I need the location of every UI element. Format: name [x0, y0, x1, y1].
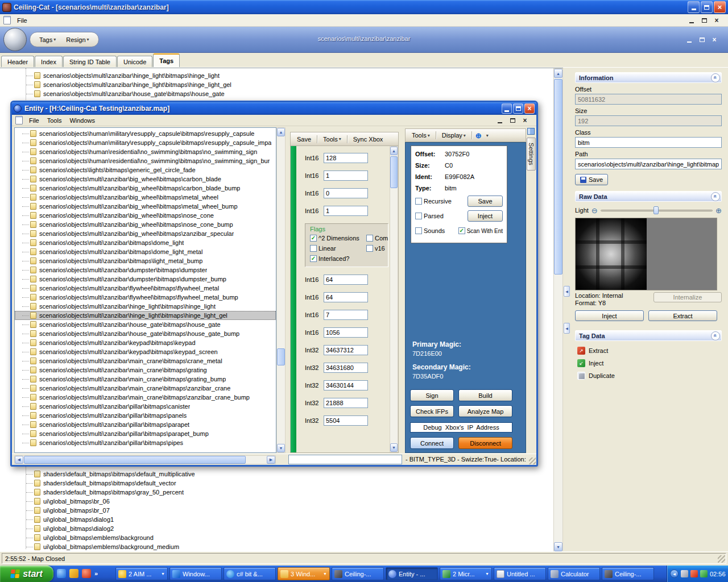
quicklaunch-icon[interactable] [57, 569, 66, 578]
mdi-minimize-button[interactable] [495, 117, 504, 124]
scan-with-ent-checkbox[interactable]: ✓Scan With Ent [458, 227, 503, 234]
connect-button[interactable]: Connect [410, 437, 454, 449]
tree-item[interactable]: ui\global_bitmaps\br_07 [0, 506, 553, 515]
disconnect-button[interactable]: Disconnect [458, 437, 512, 449]
tree-item[interactable]: scenarios\objects\multi\zanzibar\pillar\… [15, 420, 276, 429]
tree-item[interactable]: shaders\default_bitmaps\bitmaps\gray_50_… [0, 488, 553, 497]
info-field-input[interactable] [575, 94, 722, 105]
tag-save-button[interactable]: Save [468, 196, 503, 207]
field-value-input[interactable] [324, 398, 368, 408]
tree-item[interactable]: scenarios\objects\multi\zanzibar\house_g… [0, 89, 553, 98]
zoom-out-icon[interactable]: ⊖ [592, 207, 598, 214]
extract-button[interactable]: Extract [648, 310, 717, 321]
flag-checkbox[interactable]: Com [366, 235, 388, 242]
scroll-thumb[interactable] [277, 348, 285, 365]
field-value-input[interactable] [324, 188, 368, 198]
splitter-collapse-button[interactable]: ◀ [564, 323, 570, 334]
tree-item[interactable]: scenarios\objects\multi\zanzibar\dumpste… [15, 275, 276, 284]
field-value-input[interactable] [324, 327, 368, 338]
minimize-button[interactable] [685, 36, 694, 44]
slider-thumb[interactable] [653, 206, 659, 214]
tree-item[interactable]: scenarios\objects\multi\zanzibar\big_whe… [15, 220, 276, 229]
map-action-button[interactable]: Check IFPs [410, 405, 454, 417]
menu-file[interactable]: File [13, 16, 31, 25]
hidden-icons-chevron[interactable]: ◀ [670, 569, 679, 578]
tree-item[interactable]: scenarios\objects\human\military\resuppl… [15, 129, 276, 138]
resize-grip[interactable] [718, 555, 725, 563]
tree-item[interactable]: scenarios\objects\multi\zanzibar\hinge_l… [0, 80, 553, 89]
tree-item[interactable]: ui\global_bitmaps\emblems\background_med… [0, 542, 553, 551]
tree-item[interactable]: shaders\default_bitmaps\bitmaps\default_… [0, 479, 553, 488]
meta-scrollbar[interactable]: ▲ ▼ [390, 146, 398, 452]
flag-checkbox[interactable]: v16 [366, 245, 388, 252]
field-value-input[interactable] [324, 275, 368, 285]
field-value-input[interactable] [324, 380, 368, 390]
field-value-input[interactable] [324, 153, 368, 163]
mdi-close-button[interactable]: × [520, 117, 530, 124]
scroll-left-button[interactable]: ◀ [15, 456, 23, 464]
tree-item[interactable]: scenarios\objects\multi\zanzibar\main_cr… [15, 384, 276, 393]
field-value-input[interactable] [324, 310, 368, 320]
raw-data-section-header[interactable]: Raw Data « [575, 191, 722, 202]
resign-menu-button[interactable]: Resign▾ [64, 35, 91, 44]
quicklaunch-overflow-chevron[interactable]: » [94, 570, 98, 577]
tree-item[interactable]: scenarios\objects\multi\zanzibar\hinge_l… [0, 71, 553, 80]
tray-icon[interactable] [690, 570, 698, 577]
tree-item[interactable]: scenarios\objects\multi\zanzibar\hinge_l… [15, 311, 276, 320]
scroll-up-button[interactable]: ▲ [277, 128, 285, 136]
menu-item[interactable]: Windows [65, 116, 99, 125]
sounds-checkbox[interactable]: Sounds [415, 227, 445, 234]
map-action-button[interactable]: Analyze Map [458, 405, 512, 417]
save-button[interactable]: Save [575, 174, 608, 185]
scroll-thumb[interactable] [24, 456, 246, 464]
tag-data-action[interactable]: Extract [575, 344, 722, 357]
menu-item[interactable]: File [25, 116, 43, 125]
map-action-button[interactable]: Sign [410, 389, 454, 401]
tab[interactable]: Header [1, 56, 34, 67]
tree-item[interactable]: scenarios\objects\multi\zanzibar\dumpste… [15, 265, 276, 275]
info-field-input[interactable] [575, 137, 722, 148]
flag-checkbox[interactable]: Linear [310, 245, 365, 252]
taskbar-button[interactable]: Ceiling-... [332, 567, 384, 580]
tree-item[interactable]: scenarios\objects\multi\zanzibar\big_whe… [15, 202, 276, 211]
flag-checkbox[interactable]: ✓ Interlaced? [310, 255, 365, 262]
field-value-input[interactable] [324, 206, 368, 216]
taskbar-button[interactable]: Untitled ... [494, 567, 546, 580]
meta-save-button[interactable]: Save [295, 135, 313, 144]
tag-tools-menu[interactable]: Tools▾ [410, 131, 432, 140]
flag-checkbox[interactable]: ✓ ^2 Dimensions [310, 235, 365, 242]
mdi-minimize-button[interactable] [687, 16, 696, 24]
tree-item[interactable]: shaders\default_bitmaps\bitmaps\default_… [0, 469, 553, 479]
meta-tools-menu[interactable]: Tools▾ [321, 135, 344, 144]
close-button[interactable]: × [710, 36, 719, 44]
quicklaunch-icon[interactable] [82, 569, 91, 578]
start-button[interactable]: start [0, 566, 53, 582]
field-value-input[interactable] [324, 171, 368, 181]
tray-icon[interactable] [681, 570, 688, 577]
mdi-restore-button[interactable] [508, 117, 517, 124]
tab[interactable]: Index [35, 56, 63, 67]
map-action-button[interactable]: Build [458, 389, 512, 401]
entity-titlebar[interactable]: Entity - [H:\Ceiling-Cat Testing\zanziba… [12, 102, 536, 115]
information-section-header[interactable]: Information « [575, 72, 722, 83]
minimize-button[interactable] [688, 1, 700, 13]
tree-item[interactable]: scenarios\objects\human\military\resuppl… [15, 138, 276, 147]
tree-item[interactable]: scenarios\objects\multi\zanzibar\big_whe… [15, 229, 276, 238]
tray-icon[interactable] [700, 570, 708, 577]
close-button[interactable]: × [714, 1, 726, 13]
collapse-chevron-icon[interactable]: « [711, 192, 720, 201]
display-menu[interactable]: Display▾ [440, 131, 468, 140]
main-tree-scrollbar[interactable]: ▲ ▼ [553, 68, 563, 551]
tree-item[interactable]: scenarios\objects\multi\zanzibar\flywhee… [15, 293, 276, 302]
sidebar-splitter[interactable]: ◀ ◀ [563, 68, 570, 551]
scroll-thumb[interactable] [390, 156, 398, 188]
taskbar-button[interactable]: c# bit &... [224, 567, 276, 580]
tree-item[interactable]: scenarios\objects\multi\zanzibar\house_g… [15, 320, 276, 329]
tree-item[interactable]: scenarios\objects\multi\zanzibar\bitmaps… [15, 238, 276, 247]
inject-button[interactable]: Inject [575, 310, 644, 321]
tab[interactable]: Tags [153, 53, 180, 67]
tags-menu-button[interactable]: Tags▾ [37, 35, 58, 44]
scroll-up-button[interactable]: ▲ [390, 147, 398, 155]
tree-item[interactable]: scenarios\objects\multi\zanzibar\bitmaps… [15, 256, 276, 265]
tree-item[interactable]: scenarios\objects\multi\zanzibar\hinge_l… [15, 302, 276, 311]
